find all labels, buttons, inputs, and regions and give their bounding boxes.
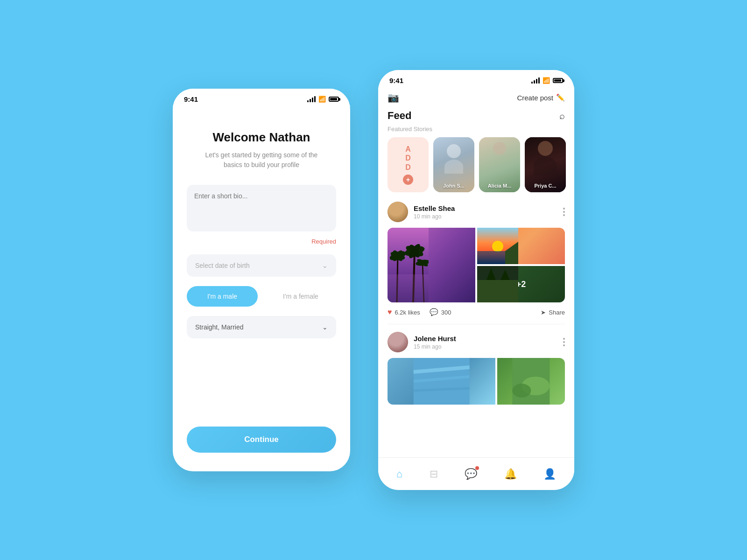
svg-point-29 — [513, 384, 531, 398]
comments-count: 300 — [441, 309, 451, 316]
post-card-2: Jolene Hurst 15 min ago — [378, 332, 574, 409]
likes-count: 6.2k likes — [395, 309, 420, 316]
post-time-1: 10 min ago — [414, 213, 455, 220]
create-post-button[interactable]: Create post ✏️ — [517, 93, 565, 102]
chevron-down-icon: ⌄ — [322, 262, 328, 269]
post-divider — [388, 324, 565, 324]
comments-action[interactable]: 💬 300 — [430, 308, 451, 316]
dob-placeholder: Select date of birth — [195, 262, 250, 269]
nav-bookmarks[interactable]: ⊟ — [423, 464, 444, 484]
battery-icon — [329, 97, 339, 102]
estelle-avatar — [388, 202, 408, 222]
home-icon: ⌂ — [396, 468, 402, 480]
svg-rect-14 — [388, 274, 429, 302]
feed-phone: 9:41 📶 📷 Create post ✏️ Feed ⌕ Featured … — [378, 70, 574, 490]
wifi-icon-2: 📶 — [543, 77, 550, 84]
nav-profile[interactable]: 👤 — [537, 464, 563, 484]
continue-button[interactable]: Continue — [187, 427, 336, 453]
post-card-1: Estelle Shea 10 min ago — [378, 202, 574, 324]
create-post-label: Create post — [517, 94, 553, 102]
jolene-image-1 — [388, 358, 495, 405]
story-card-john[interactable]: John S... — [433, 137, 474, 192]
time-2: 9:41 — [389, 77, 403, 84]
share-action[interactable]: ➤ Share — [541, 309, 565, 316]
status-bar-1: 9:41 📶 — [173, 89, 350, 107]
profile-setup-content: Welcome Nathan Let's get started by gett… — [173, 107, 350, 362]
feed-title-row: Feed ⌕ — [378, 108, 574, 126]
jolene-image-2 — [497, 358, 565, 405]
story-name-priya: Priya C... — [525, 183, 566, 189]
post-images-2 — [388, 358, 565, 405]
status-icons-2: 📶 — [531, 77, 563, 84]
gender-male-button[interactable]: I'm a male — [187, 286, 258, 307]
add-story-letters: ADD — [405, 145, 411, 172]
nav-chat[interactable]: 💬 — [458, 464, 484, 484]
post-author-info-1: Estelle Shea 10 min ago — [414, 204, 455, 220]
nav-notifications[interactable]: 🔔 — [498, 464, 523, 484]
relationship-value: Straight, Married — [195, 323, 243, 331]
comment-icon: 💬 — [430, 308, 438, 316]
welcome-subtitle: Let's get started by getting some of the… — [201, 150, 322, 170]
post-menu-1[interactable] — [563, 208, 565, 216]
relationship-select[interactable]: Straight, Married ⌄ — [187, 316, 336, 338]
post-images-1: +2 — [388, 228, 565, 302]
post-time-2: 15 min ago — [414, 343, 456, 350]
welcome-title: Welcome Nathan — [212, 130, 310, 145]
share-icon: ➤ — [541, 309, 546, 316]
feed-title: Feed — [388, 110, 411, 122]
search-icon[interactable]: ⌕ — [559, 111, 565, 121]
post-author-info-2: Jolene Hurst 15 min ago — [414, 335, 456, 350]
status-bar-2: 9:41 📶 — [378, 70, 574, 88]
post-author-2: Jolene Hurst 15 min ago — [388, 332, 456, 352]
post-header-1: Estelle Shea 10 min ago — [388, 202, 565, 222]
story-name-john: John S... — [433, 183, 474, 189]
likes-action[interactable]: ♥ 6.2k likes — [388, 308, 420, 316]
post-top-right-image — [477, 228, 565, 264]
heart-icon: ♥ — [388, 308, 392, 316]
post-name-1: Estelle Shea — [414, 204, 455, 212]
jolene-avatar — [388, 332, 408, 352]
add-story-card[interactable]: ADD + — [388, 137, 429, 192]
signal-icon — [307, 96, 316, 102]
status-icons-1: 📶 — [307, 96, 339, 103]
gender-female-button[interactable]: I'm a female — [265, 286, 336, 307]
post-name-2: Jolene Hurst — [414, 335, 456, 343]
bookmark-icon: ⊟ — [430, 468, 438, 480]
camera-icon[interactable]: 📷 — [388, 92, 399, 103]
post-bottom-right-image: +2 — [477, 266, 565, 302]
svg-point-16 — [492, 241, 503, 252]
post-actions-1: ♥ 6.2k likes 💬 300 ➤ Share — [388, 308, 565, 316]
profile-icon: 👤 — [543, 468, 556, 480]
share-label: Share — [549, 309, 565, 316]
bottom-nav: ⌂ ⊟ 💬 🔔 👤 — [378, 457, 574, 490]
nav-home[interactable]: ⌂ — [390, 464, 409, 484]
chat-icon: 💬 — [465, 468, 477, 480]
wifi-icon: 📶 — [318, 96, 326, 103]
post-author-1: Estelle Shea 10 min ago — [388, 202, 455, 222]
story-card-alicia[interactable]: Alicia M... — [479, 137, 520, 192]
stories-row: ADD + John S... Alicia M... Priya C... — [378, 137, 574, 202]
chevron-down-icon-2: ⌄ — [322, 323, 328, 331]
edit-icon: ✏️ — [556, 93, 565, 102]
required-label: Required — [187, 238, 336, 245]
story-name-alicia: Alicia M... — [479, 183, 520, 189]
post-header-2: Jolene Hurst 15 min ago — [388, 332, 565, 352]
gender-row: I'm a male I'm a female — [187, 286, 336, 307]
profile-setup-phone: 9:41 📶 Welcome Nathan Let's get started … — [173, 89, 350, 471]
time-1: 9:41 — [184, 95, 198, 103]
featured-stories-label: Featured Stories — [378, 126, 574, 137]
post-menu-2[interactable] — [563, 338, 565, 346]
bio-wrapper: Required — [187, 185, 336, 245]
bell-icon: 🔔 — [504, 468, 517, 480]
dob-select[interactable]: Select date of birth ⌄ — [187, 254, 336, 277]
svg-rect-20 — [477, 280, 518, 302]
post-main-image — [388, 228, 475, 302]
signal-icon-2 — [531, 77, 540, 84]
story-card-priya[interactable]: Priya C... — [525, 137, 566, 192]
battery-icon-2 — [553, 78, 563, 83]
bio-input[interactable] — [187, 185, 336, 231]
add-story-plus-icon: + — [403, 175, 413, 185]
feed-header: 📷 Create post ✏️ — [378, 88, 574, 108]
